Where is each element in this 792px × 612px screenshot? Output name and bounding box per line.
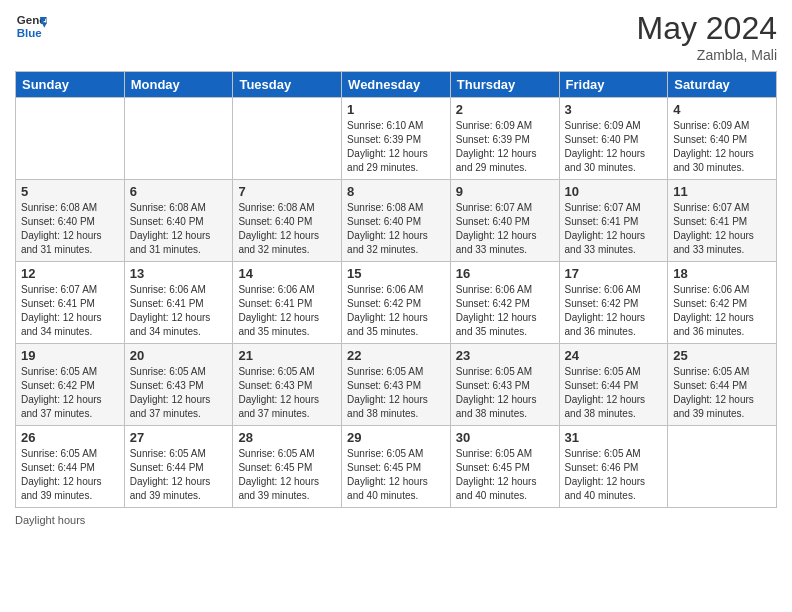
day-number: 21 [238,348,336,363]
day-info: Sunrise: 6:05 AM Sunset: 6:44 PM Dayligh… [673,365,771,421]
calendar-day-cell: 23Sunrise: 6:05 AM Sunset: 6:43 PM Dayli… [450,344,559,426]
day-number: 7 [238,184,336,199]
calendar-day-cell: 30Sunrise: 6:05 AM Sunset: 6:45 PM Dayli… [450,426,559,508]
day-of-week-header: Thursday [450,72,559,98]
calendar-day-cell [16,98,125,180]
day-info: Sunrise: 6:09 AM Sunset: 6:40 PM Dayligh… [565,119,663,175]
day-info: Sunrise: 6:05 AM Sunset: 6:45 PM Dayligh… [456,447,554,503]
day-info: Sunrise: 6:09 AM Sunset: 6:40 PM Dayligh… [673,119,771,175]
calendar-week-row: 12Sunrise: 6:07 AM Sunset: 6:41 PM Dayli… [16,262,777,344]
calendar-day-cell: 26Sunrise: 6:05 AM Sunset: 6:44 PM Dayli… [16,426,125,508]
day-number: 1 [347,102,445,117]
title-block: May 2024 Zambla, Mali [636,10,777,63]
day-info: Sunrise: 6:05 AM Sunset: 6:45 PM Dayligh… [347,447,445,503]
day-info: Sunrise: 6:05 AM Sunset: 6:42 PM Dayligh… [21,365,119,421]
calendar-day-cell: 5Sunrise: 6:08 AM Sunset: 6:40 PM Daylig… [16,180,125,262]
day-number: 22 [347,348,445,363]
calendar-day-cell: 10Sunrise: 6:07 AM Sunset: 6:41 PM Dayli… [559,180,668,262]
day-of-week-header: Sunday [16,72,125,98]
day-info: Sunrise: 6:05 AM Sunset: 6:43 PM Dayligh… [238,365,336,421]
calendar-day-cell: 8Sunrise: 6:08 AM Sunset: 6:40 PM Daylig… [342,180,451,262]
day-info: Sunrise: 6:05 AM Sunset: 6:43 PM Dayligh… [130,365,228,421]
location: Zambla, Mali [636,47,777,63]
day-number: 2 [456,102,554,117]
calendar-week-row: 19Sunrise: 6:05 AM Sunset: 6:42 PM Dayli… [16,344,777,426]
page: General Blue May 2024 Zambla, Mali Sunda… [0,0,792,612]
calendar-day-cell: 28Sunrise: 6:05 AM Sunset: 6:45 PM Dayli… [233,426,342,508]
day-number: 4 [673,102,771,117]
calendar-day-cell: 12Sunrise: 6:07 AM Sunset: 6:41 PM Dayli… [16,262,125,344]
day-info: Sunrise: 6:05 AM Sunset: 6:44 PM Dayligh… [565,365,663,421]
calendar-day-cell: 21Sunrise: 6:05 AM Sunset: 6:43 PM Dayli… [233,344,342,426]
calendar-day-cell: 6Sunrise: 6:08 AM Sunset: 6:40 PM Daylig… [124,180,233,262]
calendar-header-row: SundayMondayTuesdayWednesdayThursdayFrid… [16,72,777,98]
header: General Blue May 2024 Zambla, Mali [15,10,777,63]
day-number: 25 [673,348,771,363]
logo-icon: General Blue [15,10,47,42]
day-number: 23 [456,348,554,363]
calendar-day-cell: 17Sunrise: 6:06 AM Sunset: 6:42 PM Dayli… [559,262,668,344]
day-number: 3 [565,102,663,117]
day-number: 8 [347,184,445,199]
day-info: Sunrise: 6:05 AM Sunset: 6:43 PM Dayligh… [347,365,445,421]
month-title: May 2024 [636,10,777,47]
calendar-day-cell: 4Sunrise: 6:09 AM Sunset: 6:40 PM Daylig… [668,98,777,180]
calendar-day-cell: 31Sunrise: 6:05 AM Sunset: 6:46 PM Dayli… [559,426,668,508]
day-info: Sunrise: 6:06 AM Sunset: 6:42 PM Dayligh… [673,283,771,339]
calendar-day-cell: 24Sunrise: 6:05 AM Sunset: 6:44 PM Dayli… [559,344,668,426]
day-info: Sunrise: 6:07 AM Sunset: 6:41 PM Dayligh… [673,201,771,257]
day-number: 27 [130,430,228,445]
calendar-day-cell: 22Sunrise: 6:05 AM Sunset: 6:43 PM Dayli… [342,344,451,426]
calendar-day-cell: 16Sunrise: 6:06 AM Sunset: 6:42 PM Dayli… [450,262,559,344]
svg-text:Blue: Blue [17,27,43,39]
calendar-day-cell: 20Sunrise: 6:05 AM Sunset: 6:43 PM Dayli… [124,344,233,426]
day-info: Sunrise: 6:06 AM Sunset: 6:42 PM Dayligh… [456,283,554,339]
calendar-day-cell: 7Sunrise: 6:08 AM Sunset: 6:40 PM Daylig… [233,180,342,262]
calendar-day-cell: 27Sunrise: 6:05 AM Sunset: 6:44 PM Dayli… [124,426,233,508]
calendar-day-cell: 18Sunrise: 6:06 AM Sunset: 6:42 PM Dayli… [668,262,777,344]
calendar-day-cell: 19Sunrise: 6:05 AM Sunset: 6:42 PM Dayli… [16,344,125,426]
day-info: Sunrise: 6:06 AM Sunset: 6:41 PM Dayligh… [130,283,228,339]
day-number: 13 [130,266,228,281]
calendar-day-cell: 11Sunrise: 6:07 AM Sunset: 6:41 PM Dayli… [668,180,777,262]
day-number: 20 [130,348,228,363]
day-number: 14 [238,266,336,281]
calendar-week-row: 5Sunrise: 6:08 AM Sunset: 6:40 PM Daylig… [16,180,777,262]
calendar-day-cell: 1Sunrise: 6:10 AM Sunset: 6:39 PM Daylig… [342,98,451,180]
day-info: Sunrise: 6:05 AM Sunset: 6:43 PM Dayligh… [456,365,554,421]
day-of-week-header: Friday [559,72,668,98]
day-number: 19 [21,348,119,363]
day-number: 31 [565,430,663,445]
calendar-day-cell: 9Sunrise: 6:07 AM Sunset: 6:40 PM Daylig… [450,180,559,262]
day-info: Sunrise: 6:05 AM Sunset: 6:44 PM Dayligh… [130,447,228,503]
day-info: Sunrise: 6:08 AM Sunset: 6:40 PM Dayligh… [130,201,228,257]
calendar-day-cell: 14Sunrise: 6:06 AM Sunset: 6:41 PM Dayli… [233,262,342,344]
day-info: Sunrise: 6:08 AM Sunset: 6:40 PM Dayligh… [238,201,336,257]
calendar-day-cell: 15Sunrise: 6:06 AM Sunset: 6:42 PM Dayli… [342,262,451,344]
calendar-day-cell [233,98,342,180]
day-number: 11 [673,184,771,199]
day-info: Sunrise: 6:06 AM Sunset: 6:41 PM Dayligh… [238,283,336,339]
day-of-week-header: Monday [124,72,233,98]
day-info: Sunrise: 6:06 AM Sunset: 6:42 PM Dayligh… [565,283,663,339]
day-number: 24 [565,348,663,363]
day-info: Sunrise: 6:07 AM Sunset: 6:41 PM Dayligh… [21,283,119,339]
day-info: Sunrise: 6:07 AM Sunset: 6:41 PM Dayligh… [565,201,663,257]
day-info: Sunrise: 6:05 AM Sunset: 6:45 PM Dayligh… [238,447,336,503]
day-info: Sunrise: 6:05 AM Sunset: 6:46 PM Dayligh… [565,447,663,503]
day-number: 10 [565,184,663,199]
calendar-day-cell [124,98,233,180]
day-info: Sunrise: 6:09 AM Sunset: 6:39 PM Dayligh… [456,119,554,175]
calendar-day-cell: 2Sunrise: 6:09 AM Sunset: 6:39 PM Daylig… [450,98,559,180]
day-info: Sunrise: 6:08 AM Sunset: 6:40 PM Dayligh… [347,201,445,257]
day-number: 6 [130,184,228,199]
calendar-day-cell [668,426,777,508]
day-info: Sunrise: 6:07 AM Sunset: 6:40 PM Dayligh… [456,201,554,257]
calendar-day-cell: 25Sunrise: 6:05 AM Sunset: 6:44 PM Dayli… [668,344,777,426]
day-number: 5 [21,184,119,199]
day-number: 26 [21,430,119,445]
day-info: Sunrise: 6:08 AM Sunset: 6:40 PM Dayligh… [21,201,119,257]
day-of-week-header: Saturday [668,72,777,98]
day-number: 18 [673,266,771,281]
day-info: Sunrise: 6:06 AM Sunset: 6:42 PM Dayligh… [347,283,445,339]
